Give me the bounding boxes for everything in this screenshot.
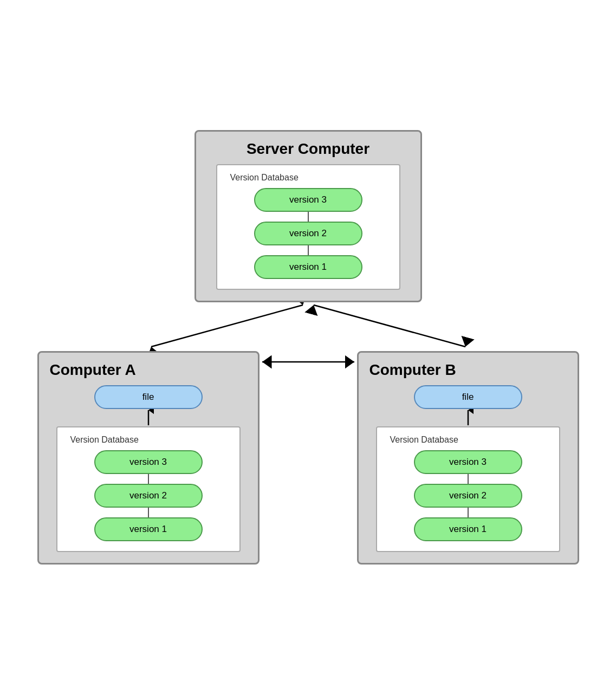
server-computer-box: Server Computer Version Database version…	[194, 130, 422, 302]
bottom-row: Computer A file Version Database version…	[37, 351, 579, 565]
server-title: Server Computer	[247, 140, 369, 158]
computer-b-version-2: version 2	[414, 484, 522, 508]
svg-line-5	[314, 305, 465, 347]
computer-a-version-2: version 2	[94, 484, 203, 508]
computer-b-db-label: Version Database	[390, 435, 458, 445]
computer-b-version-3: version 3	[414, 450, 522, 474]
computer-b-version-db-box: Version Database version 3 version 2 ver…	[376, 426, 560, 552]
computer-a-file: file	[94, 385, 203, 409]
server-arrows-area	[37, 302, 579, 351]
horiz-arrow-svg	[260, 351, 357, 373]
computer-a-connector-2-1	[148, 508, 149, 517]
computer-b-file: file	[414, 385, 522, 409]
server-arrows-svg	[37, 302, 579, 351]
computer-a-db-label: Version Database	[70, 435, 139, 445]
computer-b-box: Computer B file Version Database version…	[357, 351, 579, 565]
server-connector-2-1	[308, 245, 309, 255]
server-version-3: version 3	[254, 188, 362, 212]
server-version-2: version 2	[254, 222, 362, 245]
middle-arrow-area	[260, 351, 357, 373]
b-file-arrow-svg	[463, 409, 474, 426]
computer-a-title: Computer A	[50, 361, 136, 379]
computer-b-title: Computer B	[369, 361, 456, 379]
computer-b-version-1: version 1	[414, 517, 522, 541]
computer-a-version-3: version 3	[94, 450, 203, 474]
server-connector-3-2	[308, 212, 309, 222]
server-db-label: Version Database	[230, 173, 299, 183]
server-version-db-box: Version Database version 3 version 2 ver…	[216, 164, 400, 290]
computer-a-version-1: version 1	[94, 517, 203, 541]
computer-b-connector-3-2	[468, 474, 469, 484]
computer-a-box: Computer A file Version Database version…	[37, 351, 260, 565]
computer-a-version-db-box: Version Database version 3 version 2 ver…	[56, 426, 241, 552]
svg-line-4	[151, 305, 303, 347]
computer-a-connector-3-2	[148, 474, 149, 484]
diagram: Server Computer Version Database version…	[24, 130, 593, 565]
computer-b-connector-2-1	[468, 508, 469, 517]
a-file-arrow-svg	[143, 409, 154, 426]
server-version-1: version 1	[254, 255, 362, 279]
